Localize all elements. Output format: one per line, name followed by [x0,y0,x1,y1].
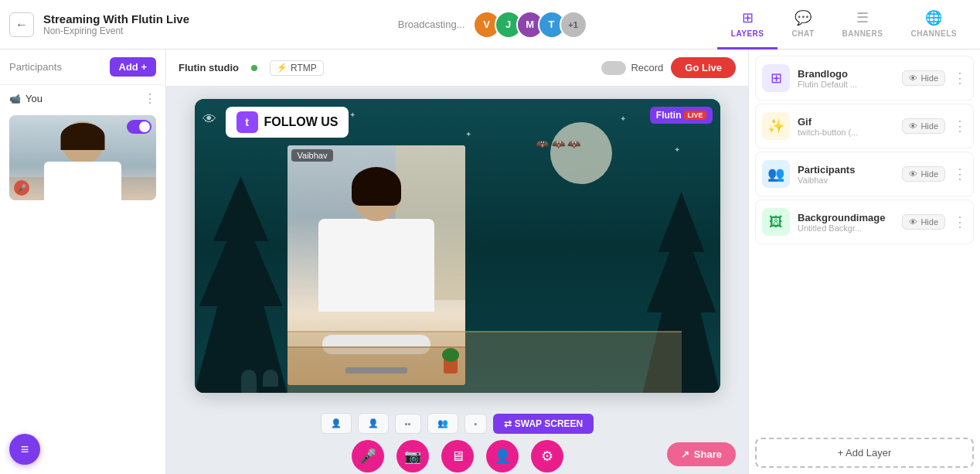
tab-channels[interactable]: 🌐 CHANNELS [897,0,971,49]
go-live-button[interactable]: Go Live [671,57,736,78]
hide-gif-button[interactable]: 👁 Hide [902,118,945,134]
screen-icon: 🖥 [451,448,464,465]
participant-info: 📹 You [9,93,43,104]
layer-info-participants: Participants Vaibhav [798,164,894,185]
hide-label-gif: Hide [920,121,938,131]
layer-sub-brandlogo: Flutin Default ... [798,80,894,89]
mic-button[interactable]: 🎤 [352,440,384,472]
scene-btn-5[interactable]: ▪ [464,414,488,434]
event-title: Streaming With Flutin Live [43,12,268,26]
person-hair [352,167,401,206]
eye-icon-participants: 👁 [909,169,917,179]
video-stage: ✦ ✦ ✦ ✦ 🦇 🦇 🦇 [166,87,748,405]
scene-5-icon: ▪ [475,419,478,428]
grave-1 [241,370,257,393]
star-4: ✦ [674,145,680,154]
event-title-area: Streaming With Flutin Live Non-Expiring … [43,12,268,36]
layer-name-gif: Gif [798,116,894,128]
bats-element: 🦇 🦇 🦇 [536,138,581,150]
chat-bubble-button[interactable]: ≡ [9,434,40,465]
more-brandlogo-button[interactable]: ⋮ [953,70,967,87]
eye-icon-gif: 👁 [909,121,917,131]
share-label: Share [694,448,722,460]
action-buttons: 🎤 📷 🖥 👤 ⚙ [352,440,563,472]
participant-toggle[interactable] [127,120,151,134]
toggle-knob [139,121,150,132]
layer-item-participants: 👥 Participants Vaibhav 👁 Hide ⋮ [755,152,974,196]
more-participants-button[interactable]: ⋮ [953,165,967,182]
rtmp-icon: ⚡ [277,63,288,73]
participant-name: You [26,93,43,104]
more-backgroundimage-button[interactable]: ⋮ [953,213,967,230]
banners-icon: ☰ [856,9,869,26]
scene-btn-1[interactable]: 👤 [321,413,352,434]
scene-buttons: 👤 👤 ▪▪ 👥 ▪ ⇄ SWAP SCREEN [321,413,594,434]
tab-layers[interactable]: ⊞ LAYERS [717,0,778,49]
desk-surface [288,346,465,385]
record-area: Record Go Live [601,57,736,78]
follow-us-text: FOLLOW US [264,115,339,129]
flutin-badge: Flutin LIVE [650,107,713,124]
back-button[interactable]: ← [9,12,34,37]
avatar-more: +1 [560,11,587,39]
hide-label-brandlogo: Hide [920,73,938,83]
tab-banners[interactable]: ☰ BANNERS [828,0,897,49]
rtmp-label: RTMP [291,63,317,73]
add-person-button[interactable]: 👤 [486,440,519,472]
banners-tab-label: BANNERS [842,29,883,38]
studio-status-dot [251,65,257,71]
layer-sub-participants: Vaibhav [798,176,894,185]
flutin-label: Flutin [656,110,682,121]
channels-icon: 🌐 [925,9,942,26]
scene-btn-4[interactable]: 👥 [427,413,458,434]
avatar-stack: V J M T +1 [473,11,587,39]
participant-video-insert [288,145,465,385]
scene-btn-3[interactable]: ▪▪ [395,414,421,434]
layer-name-backgroundimage: Backgroundimage [798,212,894,223]
add-participant-button[interactable]: Add + [110,57,156,77]
participant-more-button[interactable]: ⋮ [144,91,156,106]
layer-info-gif: Gif twitch-button (... [798,116,894,137]
camera-icon: 📷 [404,448,421,465]
scene-4-icon: 👥 [437,418,448,428]
swap-screen-button[interactable]: ⇄ SWAP SCREEN [493,414,594,434]
layers-tab-label: LAYERS [731,29,764,38]
graves [241,370,278,393]
record-toggle[interactable]: Record [601,61,663,75]
laptop [345,367,407,373]
hide-brandlogo-button[interactable]: 👁 Hide [902,70,945,86]
scene-btn-2[interactable]: 👤 [358,413,389,434]
event-subtitle: Non-Expiring Event [43,26,268,36]
screen-share-button[interactable]: 🖥 [441,440,474,472]
add-layer-button[interactable]: + Add Layer [755,438,974,468]
plant [442,348,459,362]
right-panel: ⊞ Brandlogo Flutin Default ... 👁 Hide ⋮ … [748,49,980,474]
eye-icon-overlay[interactable]: 👁 [202,111,216,128]
layer-name-participants: Participants [798,164,894,176]
header: ← Streaming With Flutin Live Non-Expirin… [0,0,980,49]
share-icon: ↗ [681,448,689,460]
canvas-area: Flutin studio ⚡ RTMP Record Go Live [166,49,748,474]
nav-tabs: ⊞ LAYERS 💬 CHAT ☰ BANNERS 🌐 CHANNELS [717,0,971,49]
video-camera-icon: 📹 [9,94,21,104]
camera-button[interactable]: 📷 [396,440,429,472]
follow-us-banner: t FOLLOW US [226,107,349,138]
settings-button[interactable]: ⚙ [531,440,563,472]
scene-3-icon: ▪▪ [405,419,411,428]
back-icon: ← [15,18,28,32]
more-gif-button[interactable]: ⋮ [953,118,967,135]
hide-participants-button[interactable]: 👁 Hide [902,166,945,182]
share-button[interactable]: ↗ Share [667,442,736,466]
chat-tab-label: CHAT [791,29,814,38]
layer-item-backgroundimage: 🖼 Backgroundimage Untitled Backgr... 👁 H… [755,199,974,244]
layer-info-backgroundimage: Backgroundimage Untitled Backgr... [798,212,894,233]
studio-bar: Flutin studio ⚡ RTMP Record Go Live [166,49,748,87]
tab-chat[interactable]: 💬 CHAT [778,0,828,49]
record-switch[interactable] [601,61,626,75]
hide-backgroundimage-button[interactable]: 👁 Hide [902,214,945,230]
left-sidebar: Participants Add + 📹 You ⋮ 🎤 [0,49,166,474]
gif-icon: ✨ [762,112,790,140]
person-coat [318,219,434,312]
main-content: Participants Add + 📹 You ⋮ 🎤 [0,49,980,474]
layer-item-brandlogo: ⊞ Brandlogo Flutin Default ... 👁 Hide ⋮ [755,56,974,101]
